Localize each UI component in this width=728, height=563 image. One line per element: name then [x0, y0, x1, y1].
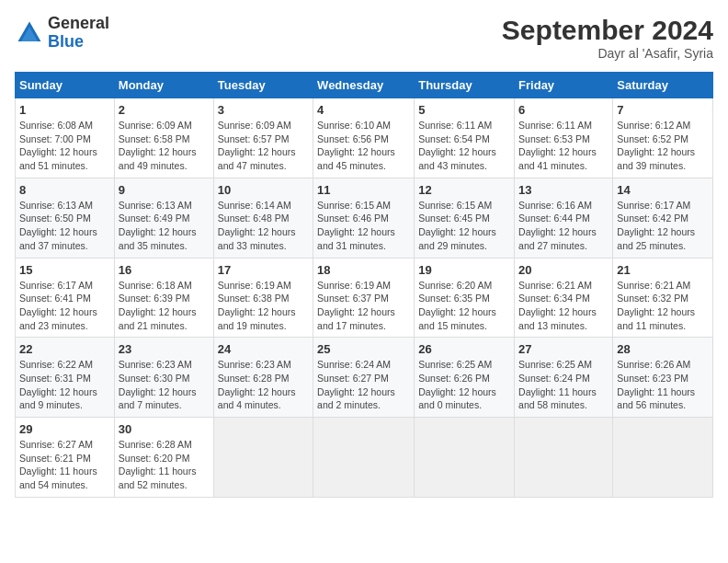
cell-content: Sunrise: 6:21 AMSunset: 6:34 PMDaylight:…	[518, 280, 597, 331]
day-number: 9	[119, 183, 210, 197]
cell-content: Sunrise: 6:26 AMSunset: 6:23 PMDaylight:…	[617, 359, 695, 410]
logo: General Blue	[15, 15, 109, 52]
calendar-cell: 25 Sunrise: 6:24 AMSunset: 6:27 PMDaylig…	[313, 338, 415, 418]
cell-content: Sunrise: 6:23 AMSunset: 6:30 PMDaylight:…	[119, 359, 197, 410]
page-header: General Blue September 2024 Dayr al 'Asa…	[15, 15, 713, 61]
calendar-cell: 5 Sunrise: 6:11 AMSunset: 6:54 PMDayligh…	[415, 98, 515, 178]
cell-content: Sunrise: 6:12 AMSunset: 6:52 PMDaylight:…	[617, 120, 695, 171]
calendar-cell: 6 Sunrise: 6:11 AMSunset: 6:53 PMDayligh…	[515, 98, 613, 178]
calendar-cell: 29 Sunrise: 6:27 AMSunset: 6:21 PMDaylig…	[16, 418, 115, 498]
calendar-cell: 14 Sunrise: 6:17 AMSunset: 6:42 PMDaylig…	[613, 178, 713, 258]
weekday-header: Wednesday	[313, 73, 415, 98]
title-block: September 2024 Dayr al 'Asafir, Syria	[502, 15, 713, 61]
calendar-cell: 3 Sunrise: 6:09 AMSunset: 6:57 PMDayligh…	[213, 98, 313, 178]
day-number: 18	[317, 263, 410, 277]
day-number: 7	[617, 103, 709, 117]
day-number: 15	[19, 263, 110, 277]
calendar-cell	[313, 418, 415, 498]
calendar-cell: 28 Sunrise: 6:26 AMSunset: 6:23 PMDaylig…	[613, 338, 713, 418]
calendar-week-row: 1 Sunrise: 6:08 AMSunset: 7:00 PMDayligh…	[16, 98, 713, 178]
cell-content: Sunrise: 6:20 AMSunset: 6:35 PMDaylight:…	[418, 280, 496, 331]
weekday-header: Saturday	[613, 73, 713, 98]
day-number: 8	[19, 183, 110, 197]
day-number: 27	[518, 342, 609, 356]
cell-content: Sunrise: 6:23 AMSunset: 6:28 PMDaylight:…	[218, 359, 296, 410]
day-number: 10	[218, 183, 309, 197]
day-number: 1	[19, 103, 110, 117]
day-number: 11	[317, 183, 410, 197]
cell-content: Sunrise: 6:17 AMSunset: 6:42 PMDaylight:…	[617, 200, 695, 251]
weekday-header: Sunday	[16, 73, 115, 98]
calendar-cell: 17 Sunrise: 6:19 AMSunset: 6:38 PMDaylig…	[213, 258, 313, 338]
calendar-week-row: 8 Sunrise: 6:13 AMSunset: 6:50 PMDayligh…	[16, 178, 713, 258]
weekday-header: Thursday	[415, 73, 515, 98]
cell-content: Sunrise: 6:25 AMSunset: 6:26 PMDaylight:…	[418, 359, 496, 410]
calendar-cell: 20 Sunrise: 6:21 AMSunset: 6:34 PMDaylig…	[515, 258, 613, 338]
cell-content: Sunrise: 6:09 AMSunset: 6:58 PMDaylight:…	[119, 120, 197, 171]
calendar-cell: 1 Sunrise: 6:08 AMSunset: 7:00 PMDayligh…	[16, 98, 115, 178]
cell-content: Sunrise: 6:15 AMSunset: 6:46 PMDaylight:…	[317, 200, 395, 251]
logo-icon	[15, 18, 44, 48]
weekday-header: Friday	[515, 73, 613, 98]
calendar-cell: 2 Sunrise: 6:09 AMSunset: 6:58 PMDayligh…	[114, 98, 213, 178]
calendar-cell: 21 Sunrise: 6:21 AMSunset: 6:32 PMDaylig…	[613, 258, 713, 338]
calendar-table: SundayMondayTuesdayWednesdayThursdayFrid…	[15, 72, 713, 498]
day-number: 19	[418, 263, 510, 277]
day-number: 25	[317, 342, 410, 356]
calendar-cell: 24 Sunrise: 6:23 AMSunset: 6:28 PMDaylig…	[213, 338, 313, 418]
day-number: 3	[218, 103, 309, 117]
calendar-cell	[415, 418, 515, 498]
calendar-week-row: 22 Sunrise: 6:22 AMSunset: 6:31 PMDaylig…	[16, 338, 713, 418]
logo-text: General Blue	[48, 15, 109, 52]
calendar-week-row: 29 Sunrise: 6:27 AMSunset: 6:21 PMDaylig…	[16, 418, 713, 498]
day-number: 14	[617, 183, 709, 197]
day-number: 23	[119, 342, 210, 356]
day-number: 21	[617, 263, 709, 277]
day-number: 24	[218, 342, 309, 356]
calendar-cell: 15 Sunrise: 6:17 AMSunset: 6:41 PMDaylig…	[16, 258, 115, 338]
day-number: 30	[119, 422, 210, 436]
cell-content: Sunrise: 6:27 AMSunset: 6:21 PMDaylight:…	[19, 439, 97, 490]
day-number: 4	[317, 103, 410, 117]
day-number: 29	[19, 422, 110, 436]
calendar-cell: 18 Sunrise: 6:19 AMSunset: 6:37 PMDaylig…	[313, 258, 415, 338]
cell-content: Sunrise: 6:08 AMSunset: 7:00 PMDaylight:…	[19, 120, 97, 171]
cell-content: Sunrise: 6:22 AMSunset: 6:31 PMDaylight:…	[19, 359, 97, 410]
calendar-cell: 7 Sunrise: 6:12 AMSunset: 6:52 PMDayligh…	[613, 98, 713, 178]
cell-content: Sunrise: 6:25 AMSunset: 6:24 PMDaylight:…	[518, 359, 597, 410]
cell-content: Sunrise: 6:10 AMSunset: 6:56 PMDaylight:…	[317, 120, 395, 171]
day-number: 22	[19, 342, 110, 356]
day-number: 12	[418, 183, 510, 197]
cell-content: Sunrise: 6:18 AMSunset: 6:39 PMDaylight:…	[119, 280, 197, 331]
cell-content: Sunrise: 6:13 AMSunset: 6:49 PMDaylight:…	[119, 200, 197, 251]
cell-content: Sunrise: 6:14 AMSunset: 6:48 PMDaylight:…	[218, 200, 296, 251]
cell-content: Sunrise: 6:13 AMSunset: 6:50 PMDaylight:…	[19, 200, 97, 251]
calendar-cell: 8 Sunrise: 6:13 AMSunset: 6:50 PMDayligh…	[16, 178, 115, 258]
month-title: September 2024	[502, 15, 713, 46]
day-number: 16	[119, 263, 210, 277]
day-number: 20	[518, 263, 609, 277]
calendar-cell: 22 Sunrise: 6:22 AMSunset: 6:31 PMDaylig…	[16, 338, 115, 418]
day-number: 17	[218, 263, 309, 277]
cell-content: Sunrise: 6:11 AMSunset: 6:53 PMDaylight:…	[518, 120, 597, 171]
calendar-cell: 30 Sunrise: 6:28 AMSunset: 6:20 PMDaylig…	[114, 418, 213, 498]
location: Dayr al 'Asafir, Syria	[502, 46, 713, 61]
calendar-week-row: 15 Sunrise: 6:17 AMSunset: 6:41 PMDaylig…	[16, 258, 713, 338]
weekday-header: Tuesday	[213, 73, 313, 98]
cell-content: Sunrise: 6:19 AMSunset: 6:37 PMDaylight:…	[317, 280, 395, 331]
day-number: 26	[418, 342, 510, 356]
calendar-cell	[515, 418, 613, 498]
weekday-header-row: SundayMondayTuesdayWednesdayThursdayFrid…	[16, 73, 713, 98]
calendar-cell: 12 Sunrise: 6:15 AMSunset: 6:45 PMDaylig…	[415, 178, 515, 258]
day-number: 13	[518, 183, 609, 197]
cell-content: Sunrise: 6:09 AMSunset: 6:57 PMDaylight:…	[218, 120, 296, 171]
calendar-cell: 27 Sunrise: 6:25 AMSunset: 6:24 PMDaylig…	[515, 338, 613, 418]
cell-content: Sunrise: 6:16 AMSunset: 6:44 PMDaylight:…	[518, 200, 597, 251]
calendar-cell: 9 Sunrise: 6:13 AMSunset: 6:49 PMDayligh…	[114, 178, 213, 258]
weekday-header: Monday	[114, 73, 213, 98]
calendar-cell: 26 Sunrise: 6:25 AMSunset: 6:26 PMDaylig…	[415, 338, 515, 418]
cell-content: Sunrise: 6:28 AMSunset: 6:20 PMDaylight:…	[119, 439, 197, 490]
calendar-cell: 4 Sunrise: 6:10 AMSunset: 6:56 PMDayligh…	[313, 98, 415, 178]
cell-content: Sunrise: 6:24 AMSunset: 6:27 PMDaylight:…	[317, 359, 395, 410]
calendar-cell: 16 Sunrise: 6:18 AMSunset: 6:39 PMDaylig…	[114, 258, 213, 338]
